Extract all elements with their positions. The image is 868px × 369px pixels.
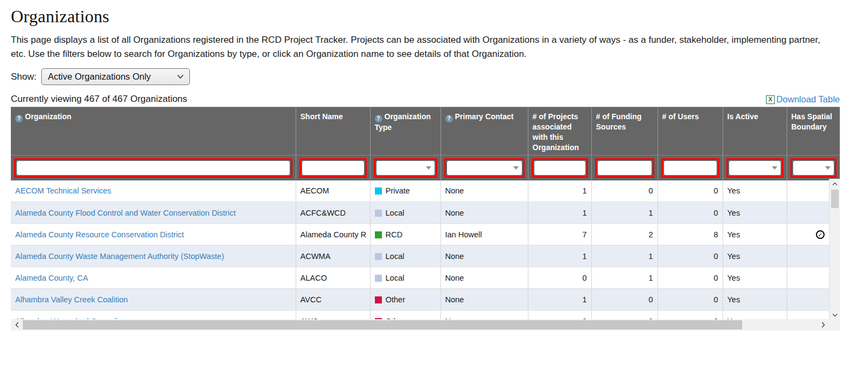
organization-filter-box <box>14 158 292 178</box>
organization-type-filter-dropdown[interactable] <box>376 161 435 175</box>
funding-sources-filter-input[interactable] <box>598 161 652 175</box>
type-color-swatch <box>375 318 382 319</box>
type-label: Other <box>386 317 405 319</box>
show-label: Show: <box>11 72 36 82</box>
funding-sources-filter-box <box>595 158 654 178</box>
scroll-right-icon[interactable] <box>817 319 829 331</box>
organization-type-cell: Other <box>370 289 441 310</box>
projects-count-cell: 1 <box>528 202 591 224</box>
is-active-cell: Yes <box>723 224 787 245</box>
table-row: Alhambra Valley Creek CoalitionAVCCOther… <box>11 289 840 310</box>
projects-count-cell: 0 <box>528 267 591 289</box>
dropdown-arrow-icon <box>825 166 831 170</box>
short-name-filter-input[interactable] <box>302 161 364 175</box>
scroll-left-icon[interactable] <box>11 319 23 331</box>
organization-cell: Alhambra Watershed Council <box>11 310 296 319</box>
column-header-organization[interactable]: ?Organization <box>11 107 296 155</box>
short-name-cell: AVCC <box>296 289 370 310</box>
projects-filter-box <box>532 158 588 178</box>
organization-link[interactable]: Alameda County Resource Conservation Dis… <box>15 230 184 239</box>
is-active-cell: Yes <box>723 245 787 267</box>
is-active-filter-dropdown[interactable] <box>729 161 781 175</box>
column-header-short-name[interactable]: Short Name <box>296 107 370 155</box>
type-label: Local <box>386 252 405 261</box>
organization-link[interactable]: Alameda County, CA <box>15 274 88 282</box>
primary-contact-cell: None <box>441 289 528 310</box>
column-header-funding-sources[interactable]: # of Funding Sources <box>591 107 658 155</box>
short-name-cell: AWC <box>296 310 370 319</box>
organization-link[interactable]: Alhambra Watershed Council <box>15 317 117 319</box>
organization-cell: Alhambra Valley Creek Coalition <box>11 289 296 310</box>
download-table-link[interactable]: X Download Table <box>766 94 840 105</box>
primary-contact-cell: None <box>441 180 528 202</box>
vertical-scrollbar[interactable] <box>829 179 840 319</box>
dropdown-arrow-icon <box>426 166 431 170</box>
is-active-cell: Yes <box>723 289 787 310</box>
column-header-organization-type[interactable]: ?Organization Type <box>370 107 441 155</box>
short-name-cell: AECOM <box>296 180 370 202</box>
organization-type-cell: Local <box>370 245 441 267</box>
organization-filter-input[interactable] <box>17 161 290 175</box>
short-name-filter-box <box>299 158 367 178</box>
page-title: Organizations <box>11 7 868 27</box>
projects-count-cell: 1 <box>528 245 591 267</box>
primary-contact-cell: None <box>441 267 528 289</box>
organization-link[interactable]: Alhambra Valley Creek Coalition <box>15 295 128 304</box>
scroll-up-icon[interactable] <box>829 179 840 189</box>
funding-sources-count-cell: 2 <box>591 224 658 245</box>
users-filter-input[interactable] <box>664 161 717 175</box>
column-header-users[interactable]: # of Users <box>658 107 723 155</box>
is-active-cell: Yes <box>723 310 787 319</box>
projects-count-cell: 1 <box>528 180 591 202</box>
organization-cell: Alameda County, CA <box>11 267 296 289</box>
funding-sources-count-cell: 0 <box>591 180 658 202</box>
type-color-swatch <box>375 231 382 238</box>
dropdown-arrow-icon <box>772 166 777 170</box>
column-header-is-active[interactable]: Is Active <box>723 107 787 155</box>
funding-sources-count-cell: 0 <box>591 310 658 319</box>
type-color-swatch <box>375 210 382 217</box>
funding-sources-count-cell: 1 <box>591 267 658 289</box>
has-spatial-boundary-filter-dropdown[interactable] <box>793 161 834 175</box>
short-name-cell: Alameda County R <box>296 224 370 245</box>
funding-sources-count-cell: 0 <box>591 289 658 310</box>
organization-type-cell: Local <box>370 267 441 289</box>
excel-icon: X <box>766 95 775 104</box>
column-header-primary-contact[interactable]: ?Primary Contact <box>441 107 528 155</box>
projects-filter-input[interactable] <box>534 161 585 175</box>
users-count-cell: 0 <box>658 180 723 202</box>
help-icon[interactable]: ? <box>15 115 23 122</box>
vertical-scrollbar-thumb[interactable] <box>831 190 839 208</box>
primary-contact-filter-dropdown[interactable] <box>447 161 522 175</box>
table-body: AECOM Technical ServicesAECOMPrivateNone… <box>11 180 840 319</box>
organizations-table: ?Organization Short Name ?Organization T… <box>11 107 840 319</box>
help-icon[interactable]: ? <box>375 115 382 122</box>
show-select[interactable]: Active Organizations Only <box>41 68 190 85</box>
horizontal-scrollbar-thumb[interactable] <box>23 320 742 329</box>
type-label: Local <box>386 274 405 282</box>
show-filter-row: Show: Active Organizations Only <box>11 68 868 85</box>
is-active-cell: Yes <box>723 202 787 224</box>
users-filter-box <box>661 158 719 178</box>
horizontal-scrollbar[interactable] <box>11 319 840 331</box>
funding-sources-count-cell: 1 <box>591 245 658 267</box>
organization-link[interactable]: AECOM Technical Services <box>15 186 111 195</box>
type-color-swatch <box>375 253 382 260</box>
column-header-has-spatial-boundary[interactable]: Has Spatial Boundary <box>787 107 840 155</box>
help-icon[interactable]: ? <box>445 115 453 122</box>
table-row: Alameda County Flood Control and Water C… <box>11 202 840 224</box>
organization-cell: Alameda County Waste Management Authorit… <box>11 245 296 267</box>
column-header-projects[interactable]: # of Projects associated with this Organ… <box>528 107 591 155</box>
funding-sources-count-cell: 1 <box>591 202 658 224</box>
projects-count-cell: 7 <box>528 224 591 245</box>
users-count-cell: 0 <box>658 202 723 224</box>
primary-contact-cell: None <box>441 310 528 319</box>
is-active-filter-box <box>726 158 783 178</box>
organization-link[interactable]: Alameda County Waste Management Authorit… <box>15 252 224 261</box>
scroll-down-icon[interactable] <box>829 310 840 319</box>
users-count-cell: 0 <box>658 289 723 310</box>
status-text: Currently viewing 467 of 467 Organizatio… <box>11 94 187 105</box>
organization-link[interactable]: Alameda County Flood Control and Water C… <box>15 209 235 217</box>
organization-cell: Alameda County Resource Conservation Dis… <box>11 224 296 245</box>
header-row: ?Organization Short Name ?Organization T… <box>11 107 840 155</box>
